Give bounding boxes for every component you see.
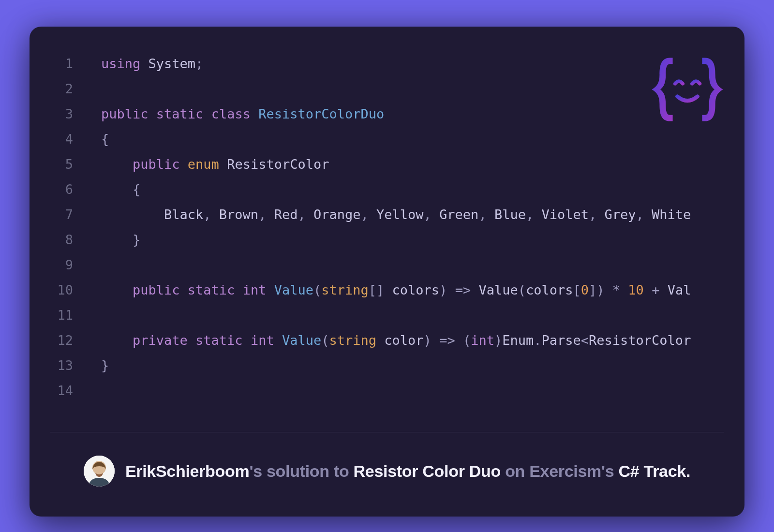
attribution-footer: ErikSchierboom's solution to Resistor Co… xyxy=(50,432,724,517)
code-line: 5 public enum ResistorColor xyxy=(30,151,744,177)
code-line: 14 xyxy=(30,378,744,403)
line-number: 8 xyxy=(30,232,101,247)
code-line: 2 xyxy=(30,76,744,101)
code-line: 8 } xyxy=(30,227,744,252)
author-name: ErikSchierboom xyxy=(125,462,250,480)
code-line: 10 public static int Value(string[] colo… xyxy=(30,277,744,302)
code-line: 7 Black, Brown, Red, Orange, Yellow, Gre… xyxy=(30,202,744,227)
code-content: public static class ResistorColorDuo xyxy=(101,106,384,121)
code-area: 1using System;23public static class Resi… xyxy=(30,27,744,432)
code-content: { xyxy=(101,182,140,197)
code-content: } xyxy=(101,358,109,373)
code-content: private static int Value(string color) =… xyxy=(101,333,691,348)
line-number: 14 xyxy=(30,383,101,398)
line-number: 3 xyxy=(30,106,101,121)
code-content: } xyxy=(101,232,140,247)
track-name: C# Track xyxy=(619,462,686,480)
line-number: 13 xyxy=(30,358,101,373)
code-line: 13} xyxy=(30,353,744,378)
code-content: public enum ResistorColor xyxy=(101,157,329,172)
code-line: 11 xyxy=(30,302,744,327)
line-number: 12 xyxy=(30,333,101,348)
code-line: 1using System; xyxy=(30,51,744,76)
line-number: 7 xyxy=(30,207,101,222)
code-line: 12 private static int Value(string color… xyxy=(30,327,744,353)
code-line: 9 xyxy=(30,252,744,277)
line-number: 4 xyxy=(30,132,101,147)
code-line: 3public static class ResistorColorDuo xyxy=(30,101,744,126)
code-content: Black, Brown, Red, Orange, Yellow, Green… xyxy=(101,207,691,222)
line-number: 6 xyxy=(30,182,101,197)
line-number: 11 xyxy=(30,308,101,323)
avatar xyxy=(84,456,115,487)
exercise-name: Resistor Color Duo xyxy=(354,462,501,480)
line-number: 5 xyxy=(30,157,101,172)
code-card: 1using System;23public static class Resi… xyxy=(30,27,744,517)
code-line: 4{ xyxy=(30,126,744,151)
line-number: 2 xyxy=(30,81,101,96)
code-content: public static int Value(string[] colors)… xyxy=(101,282,691,297)
attribution-text: ErikSchierboom's solution to Resistor Co… xyxy=(125,462,690,481)
code-content: using System; xyxy=(101,56,203,71)
line-number: 1 xyxy=(30,56,101,71)
exercism-logo-icon xyxy=(649,51,726,128)
code-content: { xyxy=(101,132,109,147)
code-line: 6 { xyxy=(30,177,744,202)
line-number: 9 xyxy=(30,257,101,272)
line-number: 10 xyxy=(30,282,101,297)
